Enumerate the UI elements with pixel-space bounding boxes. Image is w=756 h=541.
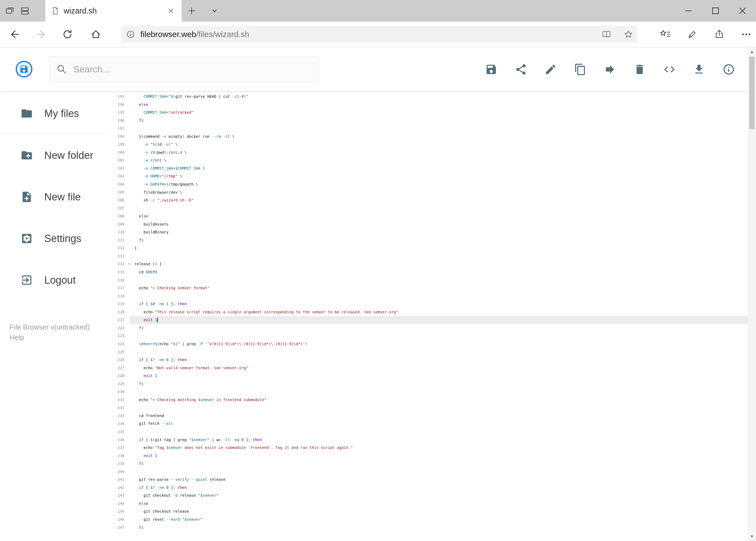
- code-line-content[interactable]: [129, 332, 748, 340]
- code-line-content[interactable]: [129, 404, 748, 412]
- code-line-content[interactable]: fi: [129, 524, 748, 532]
- sidebar-item-settings[interactable]: Settings: [0, 218, 109, 259]
- code-line-content[interactable]: git fetch --all: [129, 420, 748, 428]
- save-button[interactable]: [485, 63, 497, 76]
- code-line-content[interactable]: git checkout release: [129, 507, 748, 516]
- code-line-content[interactable]: if [ $? -ne 0 ]; then: [129, 484, 748, 492]
- tabs-aside-button[interactable]: [3, 3, 16, 18]
- home-button[interactable]: [88, 27, 104, 42]
- code-line-content[interactable]: else: [129, 212, 748, 221]
- delete-button[interactable]: [633, 63, 646, 76]
- code-line-content[interactable]: [129, 388, 748, 396]
- maximize-button[interactable]: [702, 0, 729, 22]
- code-line-content[interactable]: exit 1: [129, 452, 748, 460]
- code-line-content[interactable]: fi: [129, 324, 748, 332]
- code-line-content[interactable]: [129, 205, 748, 213]
- scroll-down-button[interactable]: [748, 532, 756, 540]
- new-tab-button[interactable]: [186, 5, 197, 17]
- code-line-content[interactable]: fi: [129, 236, 748, 245]
- code-button[interactable]: [663, 63, 675, 76]
- code-line-content[interactable]: [129, 348, 748, 356]
- move-button[interactable]: [604, 63, 616, 76]
- code-line-content[interactable]: filebrowser/dev \: [129, 189, 748, 197]
- code-line-content[interactable]: fi: [129, 117, 748, 125]
- code-line-content[interactable]: release () {: [129, 260, 748, 268]
- back-button[interactable]: [7, 27, 22, 42]
- sidebar-item-new-file[interactable]: New file: [0, 176, 109, 218]
- code-line-content[interactable]: [129, 276, 748, 284]
- scroll-up-button[interactable]: [748, 48, 756, 56]
- code-line-content[interactable]: fi: [129, 460, 748, 468]
- web-note-button[interactable]: [685, 27, 700, 42]
- code-line-content[interactable]: echo "Not valid semver format. See semve…: [129, 364, 748, 372]
- info-button[interactable]: [722, 63, 735, 76]
- code-line-content[interactable]: -w //src \: [129, 156, 748, 165]
- page-scrollbar[interactable]: [748, 48, 756, 541]
- code-line-content[interactable]: [129, 252, 748, 261]
- code-line-content[interactable]: git rev-parse --verify --quiet release: [129, 476, 748, 484]
- favorites-hub-button[interactable]: [658, 27, 673, 42]
- code-line-content[interactable]: else: [129, 500, 748, 508]
- code-line-content[interactable]: exit 1: [129, 372, 748, 380]
- search-input[interactable]: [74, 64, 312, 75]
- favorite-star-button[interactable]: [624, 29, 633, 39]
- sidebar-item-my-files[interactable]: My files: [0, 93, 109, 134]
- code-line-content[interactable]: COMMIT_SHA="$(git rev-parse HEAD | cut -…: [129, 93, 748, 101]
- code-line-content[interactable]: -u "$(id -u)" \: [129, 141, 748, 149]
- code-line-content[interactable]: sh -c "./wizard.sh -b": [129, 196, 748, 205]
- code-line-content[interactable]: if [ $(git tag | grep "$semver" | wc -l)…: [129, 436, 748, 444]
- code-line-content[interactable]: echo "> Checking semver format": [129, 284, 748, 292]
- code-line-content[interactable]: cd $REPO: [129, 268, 748, 276]
- code-line-content[interactable]: }: [129, 244, 748, 252]
- code-line-content[interactable]: git checkout -b release "$semver": [129, 492, 748, 500]
- code-line-content[interactable]: if [ $# -ne 1 ]; then: [129, 300, 748, 308]
- edit-button[interactable]: [544, 63, 557, 76]
- code-line-content[interactable]: else: [129, 101, 748, 109]
- code-line-content[interactable]: echo "> Checking matching $semver in fro…: [129, 396, 748, 404]
- sidebar-item-new-folder[interactable]: New folder: [0, 135, 109, 176]
- code-line-content[interactable]: COMMIT_SHA="untracked": [129, 109, 748, 117]
- code-line-content[interactable]: echo "This release script requires a sin…: [129, 308, 748, 316]
- sidebar-item-logout[interactable]: Logout: [0, 259, 109, 301]
- tab-preview-button[interactable]: [18, 3, 31, 18]
- download-button[interactable]: [693, 63, 705, 76]
- search-bar[interactable]: [50, 56, 319, 82]
- code-line-content[interactable]: git reset --hard "$semver": [129, 516, 748, 524]
- share-button[interactable]: [515, 63, 527, 76]
- copy-button[interactable]: [574, 63, 587, 76]
- code-line-content[interactable]: buildAssets: [129, 221, 748, 229]
- code-line-content[interactable]: -v /$(pwd):/src:z \: [129, 149, 748, 157]
- share-page-button[interactable]: [712, 27, 727, 42]
- address-bar[interactable]: filebrowser.web/files/wizard.sh: [122, 26, 637, 43]
- code-line-content[interactable]: fi: [129, 380, 748, 388]
- fold-marker-icon[interactable]: ▾: [128, 260, 130, 268]
- code-line-content[interactable]: [129, 292, 748, 300]
- code-line-content[interactable]: buildBinary: [129, 228, 748, 236]
- forward-button[interactable]: [34, 27, 49, 42]
- browser-tab[interactable]: wizard.sh: [45, 0, 182, 22]
- code-line-content[interactable]: $(command -v winpty) docker run --rm -it…: [129, 133, 748, 141]
- scrollbar-thumb[interactable]: [749, 57, 755, 129]
- reading-view-button[interactable]: [602, 29, 611, 39]
- code-line-content[interactable]: -e HOME="//tmp" \: [129, 172, 748, 181]
- code-line-content[interactable]: echo "Tag $semver does not exist in subm…: [129, 444, 748, 452]
- code-line-content[interactable]: -e GOPATH=//tmp/gopath \: [129, 181, 748, 189]
- code-line-content[interactable]: [129, 468, 748, 476]
- code-line-content[interactable]: if [ $? -ne 0 ]; then: [129, 356, 748, 364]
- refresh-button[interactable]: [60, 27, 75, 42]
- minimize-button[interactable]: [675, 0, 702, 22]
- code-line-content[interactable]: exit 1: [129, 316, 748, 324]
- tab-list-chevron-button[interactable]: [209, 5, 220, 17]
- code-line-content[interactable]: [129, 125, 748, 133]
- help-link[interactable]: Help: [10, 332, 90, 342]
- site-info-button[interactable]: [126, 29, 135, 39]
- code-line-content[interactable]: cd frontend: [129, 412, 748, 420]
- tab-close-button[interactable]: [166, 6, 176, 16]
- app-logo[interactable]: [16, 61, 32, 78]
- code-line-content[interactable]: [129, 428, 748, 436]
- code-line-content[interactable]: semver=$(echo "$1" | grep -P '^v(0|[1-9]…: [129, 340, 748, 348]
- close-window-button[interactable]: [729, 0, 756, 22]
- code-line-content[interactable]: -e COMMIT_SHA=$COMMIT_SHA \: [129, 165, 748, 173]
- more-options-button[interactable]: [739, 27, 754, 42]
- code-editor[interactable]: 193 COMMIT_SHA="$(git rev-parse HEAD | c…: [109, 91, 748, 541]
